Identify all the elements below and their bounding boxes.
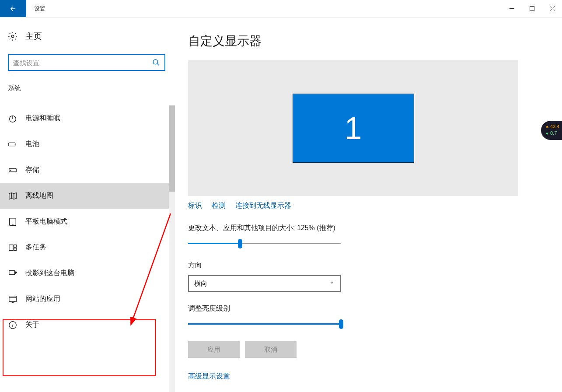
sidebar-item-power[interactable]: 电源和睡眠 xyxy=(0,105,169,131)
svg-rect-9 xyxy=(14,245,17,247)
sidebar-item-label: 投影到这台电脑 xyxy=(25,269,74,278)
advanced-display-link[interactable]: 高级显示设置 xyxy=(188,372,230,380)
wireless-display-link[interactable]: 连接到无线显示器 xyxy=(235,201,291,210)
sidebar-item-label: 电池 xyxy=(25,140,39,149)
sidebar-item-label: 离线地图 xyxy=(25,191,53,200)
scale-label: 更改文本、应用和其他项目的大小: 125% (推荐) xyxy=(188,224,545,233)
sidebar: 主页 系统 电源和睡眠电池存储离线地图平板电脑模式多任务投影到这台电脑网站的应用… xyxy=(0,18,175,392)
window-title: 设置 xyxy=(26,0,502,17)
battery-icon xyxy=(8,140,17,149)
scrollbar-track[interactable] xyxy=(169,105,175,392)
svg-rect-12 xyxy=(9,296,17,301)
sidebar-item-tablet[interactable]: 平板电脑模式 xyxy=(0,209,169,234)
about-icon xyxy=(8,320,17,330)
svg-rect-10 xyxy=(14,248,17,250)
apply-button[interactable]: 应用 xyxy=(188,341,240,358)
home-link[interactable]: 主页 xyxy=(8,31,167,42)
svg-point-6 xyxy=(10,170,11,170)
home-label: 主页 xyxy=(25,31,42,42)
brightness-label: 调整亮度级别 xyxy=(188,304,545,313)
display-preview[interactable]: 1 xyxy=(188,60,518,196)
sidebar-item-about[interactable]: 关于 xyxy=(0,312,169,338)
sidebar-item-label: 平板电脑模式 xyxy=(25,217,67,226)
svg-rect-0 xyxy=(530,7,534,11)
sidebar-item-battery[interactable]: 电池 xyxy=(0,131,169,157)
sidebar-item-label: 存储 xyxy=(25,165,39,175)
gear-icon xyxy=(8,32,17,41)
sidebar-item-project[interactable]: 投影到这台电脑 xyxy=(0,260,169,286)
cancel-button[interactable]: 取消 xyxy=(245,341,297,358)
orientation-label: 方向 xyxy=(188,261,545,270)
search-icon xyxy=(152,59,160,66)
tablet-icon xyxy=(8,217,17,227)
scrollbar-thumb[interactable] xyxy=(169,105,175,192)
multitask-icon xyxy=(8,243,17,252)
network-speed-widget[interactable]: 43.4 0.7 xyxy=(541,121,562,140)
svg-rect-11 xyxy=(9,270,15,274)
identify-link[interactable]: 标识 xyxy=(188,201,202,210)
scale-slider[interactable] xyxy=(188,238,341,249)
close-button[interactable] xyxy=(542,0,562,17)
back-button[interactable] xyxy=(0,0,26,17)
svg-point-1 xyxy=(11,35,14,38)
sidebar-item-label: 多任务 xyxy=(25,243,46,252)
sidebar-item-label: 电源和睡眠 xyxy=(25,114,60,123)
chevron-down-icon xyxy=(329,280,335,287)
web-apps-icon xyxy=(8,294,17,304)
main-content: 自定义显示器 1 标识 检测 连接到无线显示器 更改文本、应用和其他项目的大小:… xyxy=(175,18,562,392)
search-input-wrap[interactable] xyxy=(8,54,165,71)
power-icon xyxy=(8,114,17,123)
search-input[interactable] xyxy=(13,59,152,66)
net-up-value: 43.4 xyxy=(550,123,559,130)
sidebar-item-label: 关于 xyxy=(25,320,39,329)
svg-rect-8 xyxy=(9,245,13,250)
page-title: 自定义显示器 xyxy=(188,33,545,49)
sidebar-item-label: 网站的应用 xyxy=(25,294,60,304)
map-icon xyxy=(8,191,17,201)
maximize-button[interactable] xyxy=(522,0,542,17)
monitor-1[interactable]: 1 xyxy=(293,94,414,163)
minimize-button[interactable] xyxy=(502,0,522,17)
sidebar-item-multitask[interactable]: 多任务 xyxy=(0,234,169,260)
orientation-dropdown[interactable]: 横向 xyxy=(188,275,341,292)
sidebar-item-storage[interactable]: 存储 xyxy=(0,157,169,183)
orientation-value: 横向 xyxy=(194,280,207,288)
section-label: 系统 xyxy=(8,84,167,92)
net-down-value: 0.7 xyxy=(550,130,557,136)
storage-icon xyxy=(8,165,17,175)
svg-rect-4 xyxy=(9,143,15,146)
detect-link[interactable]: 检测 xyxy=(212,201,226,210)
sidebar-item-web-apps[interactable]: 网站的应用 xyxy=(0,286,169,312)
project-icon xyxy=(8,269,17,278)
sidebar-item-map[interactable]: 离线地图 xyxy=(0,183,169,209)
svg-point-2 xyxy=(153,60,158,64)
brightness-slider[interactable] xyxy=(188,318,341,330)
